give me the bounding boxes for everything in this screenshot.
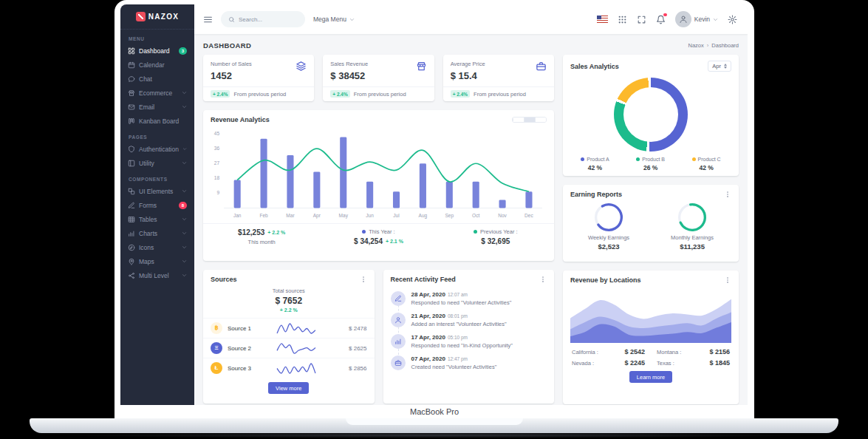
learn-more-button[interactable]: Learn more [629, 371, 672, 383]
hamburger-icon[interactable] [203, 15, 213, 24]
activity-header: Recent Activity Feed [383, 270, 555, 286]
sidebar-item[interactable]: Maps [120, 254, 194, 268]
activity-text: Created need "Volunteer Activities" [411, 364, 497, 370]
sidebar-item-label: Charts [139, 230, 157, 237]
activity-item-body: 21 Apr, 202008:01 pm Added an interest "… [411, 313, 507, 327]
range-button[interactable] [524, 118, 535, 122]
page-content: DASHBOARD Nazox › Dashboard [194, 34, 748, 405]
sidebar-item-label: Maps [139, 258, 154, 265]
select-arrows-icon [724, 64, 727, 69]
chevron-down-icon [182, 245, 187, 250]
sidebar-item[interactable]: Tables [120, 212, 194, 226]
view-more-button[interactable]: View more [268, 382, 309, 394]
kebab-menu-icon[interactable] [539, 276, 547, 283]
sidebar-item[interactable]: Charts [120, 226, 194, 240]
chevron-down-icon [349, 17, 355, 22]
topbar: Mega Menu Kevin [194, 4, 748, 34]
sidebar-item-label: Dashboard [139, 47, 170, 55]
dashboard-app: NAZOX MENU Dashboard 3 [120, 4, 748, 405]
notifications-bell-icon[interactable] [656, 15, 666, 24]
this-year-dot [362, 230, 366, 234]
sidebar-item[interactable]: Dashboard 3 [120, 44, 194, 58]
location-stat: Montana : $ 2156 [657, 348, 730, 355]
this-year-delta: + 2.1 % [386, 239, 403, 244]
legend-item: Product A 42 % [581, 157, 609, 171]
source-amount: $ 2625 [349, 345, 366, 352]
svg-text:9: 9 [217, 191, 220, 196]
breadcrumb-separator: › [707, 42, 709, 49]
sidebar-item[interactable]: Kanban Board [120, 114, 194, 128]
svg-text:Oct: Oct [472, 213, 479, 218]
source-row[interactable]: ฿ Source 1 $ 2478 [203, 318, 375, 338]
sidebar-item[interactable]: Multi Level [120, 268, 194, 282]
month-label: This month [248, 239, 276, 245]
stat-card-text: Number of Sales 1452 [211, 61, 252, 86]
main-area: Mega Menu Kevin [194, 4, 748, 405]
stat-note: From previous period [233, 91, 286, 98]
source-name: Source 2 [228, 345, 260, 352]
activity-text: Responded to need "Volunteer Activities" [411, 299, 512, 306]
sidebar-item-label: Multi Level [139, 272, 169, 279]
chat-icon [128, 75, 135, 83]
breadcrumb-item[interactable]: › Dashboard [707, 42, 739, 49]
sidebar-item-label: UI Elements [139, 188, 173, 195]
activity-item: 07 Apr, 202012:47 pm Created need "Volun… [391, 352, 547, 373]
user-menu[interactable]: Kevin [675, 11, 718, 27]
kebab-menu-icon[interactable] [724, 191, 731, 198]
language-flag-icon[interactable] [597, 16, 608, 23]
sidebar-item[interactable]: UI Elements [120, 184, 194, 198]
locations-area-chart [570, 288, 731, 343]
mega-menu-button[interactable]: Mega Menu [313, 16, 355, 23]
logo[interactable]: NAZOX [120, 4, 194, 30]
this-year-value: $ 34,254 [354, 237, 383, 245]
range-button[interactable] [513, 118, 524, 122]
page-title: DASHBOARD [203, 41, 251, 50]
breadcrumb-item[interactable]: Nazox [688, 42, 704, 49]
earning-title: Earning Reports [570, 191, 622, 198]
email-icon [128, 103, 135, 111]
stat-value: $ 38452 [330, 70, 368, 81]
source-row[interactable]: Ł Source 3 $ 2856 [203, 358, 375, 378]
macbook-chin: MacBook Pro [115, 405, 754, 418]
delta-badge: + 2.4% [330, 90, 349, 98]
svg-text:May: May [339, 213, 349, 219]
fullscreen-icon[interactable] [637, 15, 646, 24]
activity-item-body: 28 Apr, 202012:07 am Responded to need "… [411, 291, 512, 306]
revenue-title: Revenue Analytics [211, 116, 270, 123]
breadcrumb-label: Dashboard [711, 42, 739, 49]
chevron-down-icon [182, 273, 187, 278]
sidebar-item-label: Forms [139, 202, 157, 209]
sidebar-item[interactable]: Chat [120, 72, 194, 86]
sidebar-item[interactable]: Ecommerce [120, 86, 194, 100]
sidebar-item[interactable]: Email [120, 100, 194, 114]
month-select[interactable]: Apr [708, 61, 731, 72]
nazox-logo-icon [136, 12, 146, 21]
search-input[interactable] [239, 16, 296, 23]
sidebar-item-label: Chat [139, 75, 152, 83]
source-row[interactable]: Ξ Source 2 $ 2625 [203, 338, 375, 358]
kebab-menu-icon[interactable] [360, 276, 367, 283]
gear-icon[interactable] [728, 15, 737, 24]
sidebar-section: PAGES Authentication [120, 128, 194, 170]
sidebar-item[interactable]: Calendar [120, 58, 194, 72]
location-value: $ 1845 [709, 359, 730, 367]
stat-cards-row: Number of Sales 1452 + 2.4% From previou… [203, 55, 554, 101]
sidebar-item[interactable]: Utility [120, 156, 194, 170]
kebab-menu-icon[interactable] [724, 276, 731, 284]
sidebar-item[interactable]: Forms 8 [120, 198, 194, 212]
search-box [221, 11, 305, 27]
source-amount: $ 2856 [349, 365, 366, 372]
total-sources-value: $ 7652 [203, 296, 375, 306]
activity-time: 08:01 pm [448, 313, 468, 319]
range-button[interactable] [535, 118, 546, 122]
month-total: $12,253 [238, 228, 264, 236]
kanban-icon [128, 118, 135, 125]
legend-dot [636, 157, 640, 161]
stat-card-text: Sales Revenue $ 38452 [330, 61, 368, 86]
sidebar-item[interactable]: Authentication [120, 142, 194, 156]
user-name: Kevin [694, 16, 710, 23]
activity-text: Added an interest "Volunteer Activities" [411, 321, 507, 327]
apps-grid-icon[interactable] [618, 15, 627, 24]
sidebar-item[interactable]: Icons [120, 240, 194, 254]
activity-item: 21 Apr, 202008:01 pm Added an interest "… [391, 309, 547, 330]
